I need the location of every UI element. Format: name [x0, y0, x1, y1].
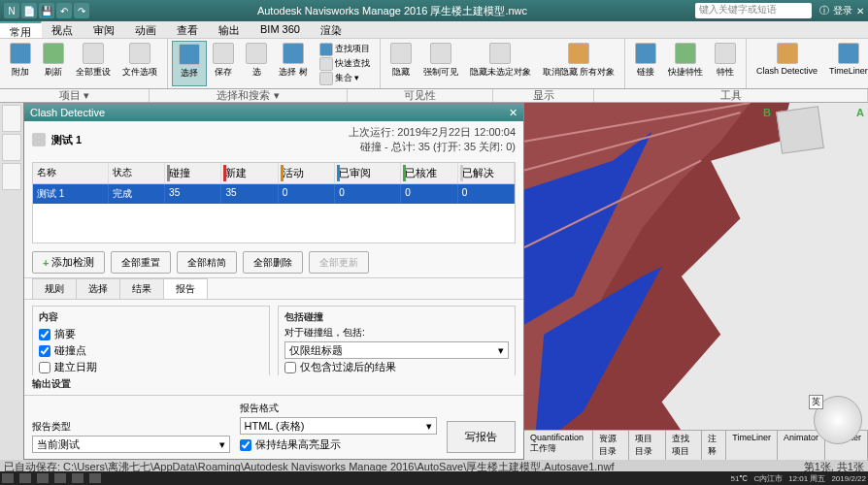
content-check-1[interactable]: [39, 345, 50, 357]
navtab-project[interactable]: 项目目录: [629, 431, 666, 460]
start-icon[interactable]: [2, 473, 14, 483]
update-all-button[interactable]: 全部更新: [309, 251, 369, 274]
tb-temp[interactable]: 51℃: [730, 474, 748, 483]
subtab-results[interactable]: 结果: [119, 278, 164, 299]
subtab-report[interactable]: 报告: [163, 278, 208, 299]
navtab-quant[interactable]: Quantification 工作簿: [524, 431, 593, 460]
col-resolved[interactable]: 已解决: [458, 163, 515, 183]
tb-app-icon[interactable]: [19, 473, 31, 483]
hide-button[interactable]: 隐藏: [384, 41, 417, 86]
save-select-button[interactable]: 保存: [207, 41, 240, 86]
subtab-select[interactable]: 选择: [76, 278, 120, 299]
timeliner-icon: [838, 43, 859, 64]
navtab-comments[interactable]: 注释: [702, 431, 726, 460]
panel-titlebar[interactable]: Clash Detective ✕: [24, 104, 523, 121]
tab-view[interactable]: 查看: [167, 21, 209, 38]
quickprops-button[interactable]: 快捷特性: [662, 41, 709, 86]
refresh-button[interactable]: 刷新: [37, 41, 70, 86]
tb-app-icon[interactable]: [89, 473, 101, 483]
tab-bim360[interactable]: BIM 360: [250, 21, 311, 38]
dock-tab-3[interactable]: [2, 163, 21, 190]
bottom-dock-tabs: Quantification 工作簿 资源目录 项目目录 查找项目 注释 Tim…: [524, 430, 868, 460]
quickfind-button[interactable]: 快速查找: [314, 57, 376, 71]
navtab-find[interactable]: 查找项目: [666, 431, 703, 460]
dock-tab-2[interactable]: [2, 134, 21, 161]
group-header-select[interactable]: 仅限组标题▾: [284, 341, 509, 359]
hideunselected-button[interactable]: 隐藏未选定对象: [464, 41, 537, 86]
content-title: 内容: [39, 310, 263, 324]
sets-button[interactable]: 集合 ▾: [314, 72, 376, 85]
info-icon[interactable]: ⓘ: [819, 4, 829, 17]
tab-animation[interactable]: 动画: [125, 21, 167, 38]
finditems-button[interactable]: 查找项目: [314, 43, 376, 56]
plus-icon: +: [43, 257, 49, 269]
col-active[interactable]: 活动: [279, 163, 335, 183]
tab-output[interactable]: 输出: [209, 21, 250, 38]
close-icon[interactable]: ✕: [856, 6, 864, 16]
report-type-label: 报告类型: [32, 420, 230, 434]
last-run-label: 上次运行: 2019年2月22日 12:00:04: [349, 125, 516, 140]
col-reviewed[interactable]: 已审阅: [335, 163, 401, 183]
qat-save-icon[interactable]: 💾: [39, 3, 54, 18]
navtab-resource[interactable]: 资源目录: [593, 431, 630, 460]
tb-app-icon[interactable]: [54, 473, 66, 483]
clashdetective-button[interactable]: Clash Detective: [751, 41, 823, 86]
links-button[interactable]: 链接: [629, 41, 662, 86]
append-button[interactable]: 附加: [4, 41, 37, 86]
col-status[interactable]: 状态: [109, 163, 165, 183]
selectsame-button[interactable]: 选: [240, 41, 273, 86]
selecttree-button[interactable]: 选择 树: [273, 41, 314, 86]
left-dock: [0, 103, 23, 460]
tb-time[interactable]: 12:01 周五: [788, 473, 825, 484]
navtab-timeliner[interactable]: TimeLiner: [726, 431, 778, 460]
only-filtered-checkbox[interactable]: [284, 362, 296, 373]
help-search-input[interactable]: 键入关键字或短语: [695, 3, 812, 18]
require-button[interactable]: 强制可见: [417, 41, 464, 86]
reset-all-button[interactable]: 全部重置: [111, 251, 171, 274]
refresh-icon: [43, 43, 64, 64]
keep-highlight-checkbox[interactable]: [240, 439, 251, 451]
panel-close-icon[interactable]: ✕: [509, 107, 517, 119]
report-format-label: 报告格式: [240, 402, 438, 415]
timeliner-button[interactable]: TimeLiner: [823, 41, 868, 86]
content-check-2[interactable]: [39, 362, 50, 373]
tb-loc[interactable]: C内江市: [753, 473, 783, 484]
col-approved[interactable]: 已核准: [401, 163, 457, 183]
delete-all-button[interactable]: 全部删除: [243, 251, 303, 274]
qat-redo-icon[interactable]: ↷: [74, 3, 89, 18]
col-clashes[interactable]: 碰撞: [165, 163, 221, 183]
search-icon: [319, 43, 333, 56]
fileoptions-button[interactable]: 文件选项: [117, 41, 163, 86]
tab-viewpoint[interactable]: 视点: [42, 21, 83, 38]
tab-home[interactable]: 常用: [0, 21, 42, 38]
viewport-label-a: A: [856, 107, 864, 118]
select-button[interactable]: 选择: [172, 41, 207, 86]
ime-avatar[interactable]: [814, 396, 862, 444]
collapse-icon[interactable]: [32, 133, 46, 146]
summary-label: 碰撞 - 总计: 35 (打开: 35 关闭: 0): [349, 140, 516, 154]
properties-button[interactable]: 特性: [709, 41, 742, 86]
table-row[interactable]: 测试 1 完成 35 35 0 0 0 0: [33, 184, 515, 204]
view-cube[interactable]: [776, 106, 824, 154]
dock-tab-1[interactable]: [2, 105, 21, 132]
report-type-select[interactable]: 当前测试▾: [32, 436, 230, 453]
col-new[interactable]: 新建: [221, 163, 278, 183]
qat-open-icon[interactable]: 📄: [21, 3, 37, 18]
write-report-button[interactable]: 写报告: [447, 421, 516, 453]
resetall-button[interactable]: 全部重设: [70, 41, 117, 86]
tab-review[interactable]: 审阅: [83, 21, 125, 38]
compact-all-button[interactable]: 全部精简: [177, 251, 237, 274]
col-name[interactable]: 名称: [33, 163, 109, 183]
qat-undo-icon[interactable]: ↶: [56, 3, 72, 18]
subtab-rules[interactable]: 规则: [32, 278, 77, 299]
unhideall-button[interactable]: 取消隐藏 所有对象: [537, 41, 621, 86]
login-link[interactable]: 登录: [833, 4, 852, 17]
tb-app-icon[interactable]: [72, 473, 83, 483]
tb-app-icon[interactable]: [37, 473, 49, 483]
report-format-select[interactable]: HTML (表格)▾: [240, 417, 438, 435]
tb-date[interactable]: 2019/2/22: [831, 474, 866, 483]
content-check-0[interactable]: [39, 329, 50, 340]
add-test-button[interactable]: +添加检测: [32, 251, 105, 274]
status-bar: 已自动保存: C:\Users\离沸七七\AppData\Roaming\Aut…: [0, 460, 868, 471]
tab-render[interactable]: 渲染: [311, 21, 352, 38]
